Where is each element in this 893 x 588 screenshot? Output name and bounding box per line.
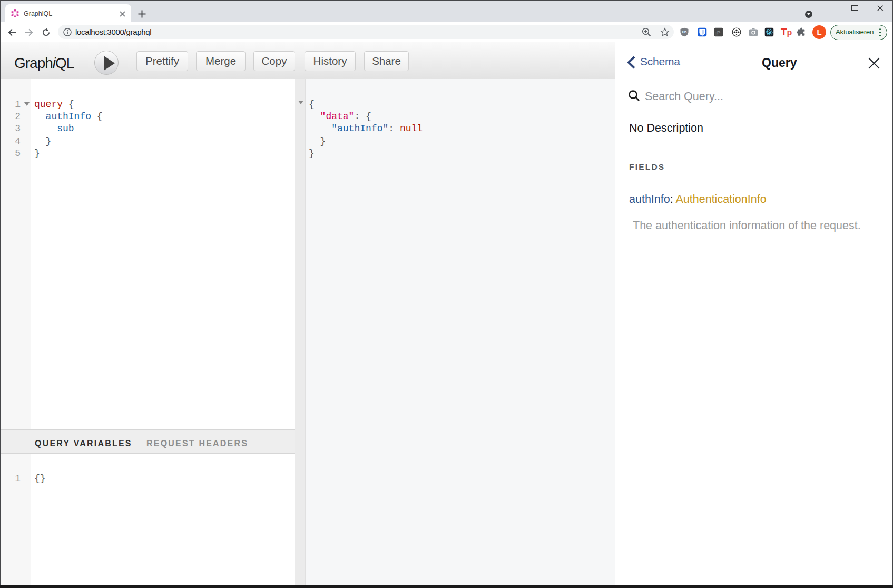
svg-text:UD: UD <box>682 31 687 34</box>
